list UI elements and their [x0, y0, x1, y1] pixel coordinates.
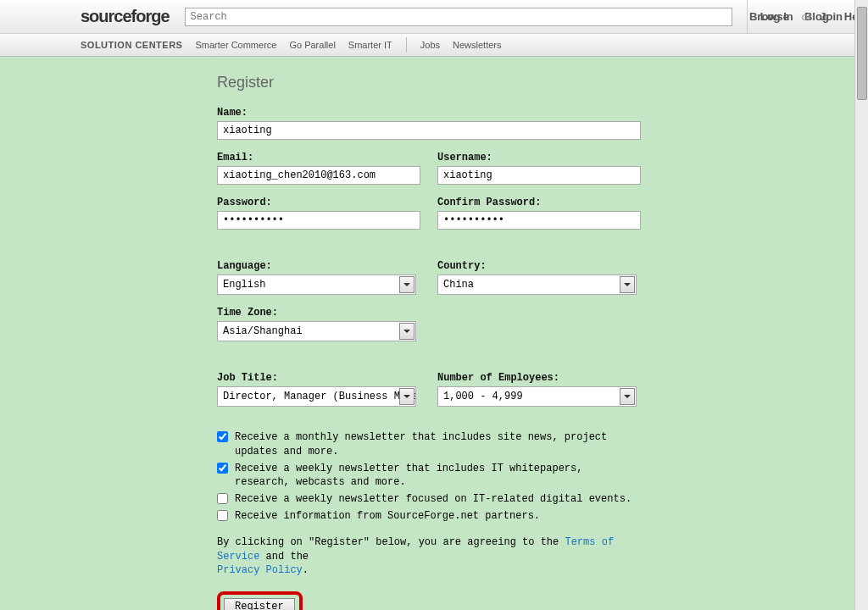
username-label: Username: [437, 152, 641, 164]
numemployees-label: Number of Employees: [437, 372, 641, 384]
register-highlight: Register [217, 591, 303, 610]
page-title: Register [217, 74, 641, 92]
privacy-link[interactable]: Privacy Policy [217, 564, 303, 576]
monthly-newsletter-label: Receive a monthly newsletter that includ… [235, 430, 641, 459]
newsletter-checks: Receive a monthly newsletter that includ… [217, 430, 641, 524]
scrollbar-thumb[interactable] [857, 7, 867, 100]
numemployees-select[interactable]: 1,000 - 4,999 [437, 386, 637, 407]
confirm-password-field[interactable] [437, 211, 641, 230]
subnav-go-parallel[interactable]: Go Parallel [289, 40, 335, 50]
subnav-smarter-it[interactable]: Smarter IT [348, 40, 392, 50]
language-select[interactable]: English [217, 274, 416, 295]
timezone-select[interactable]: Asia/Shanghai [217, 321, 416, 341]
jobtitle-value: Director, Manager (Business Managemen [223, 391, 416, 402]
search-input[interactable] [185, 8, 732, 26]
chevron-down-icon[interactable] [399, 388, 415, 405]
name-label: Name: [217, 107, 641, 119]
sub-bar: SOLUTION CENTERS Smarter Commerce Go Par… [0, 34, 868, 57]
join-link[interactable]: Join [820, 10, 843, 23]
logo: sourceforge [81, 7, 170, 26]
jobtitle-label: Job Title: [217, 372, 420, 384]
login-link[interactable]: Log In [760, 10, 793, 23]
weekly-events-newsletter-checkbox[interactable] [217, 493, 228, 504]
scrollbar[interactable] [854, 0, 868, 610]
password-field[interactable] [217, 211, 420, 230]
subnav-newsletters[interactable]: Newsletters [453, 40, 501, 50]
chevron-down-icon[interactable] [399, 276, 415, 293]
register-button[interactable]: Register [224, 598, 295, 610]
jobtitle-select[interactable]: Director, Manager (Business Managemen [217, 386, 416, 407]
language-value: English [223, 279, 265, 291]
top-right: Log In or Join [747, 0, 843, 33]
country-label: Country: [437, 260, 641, 272]
confirm-password-label: Confirm Password: [437, 197, 641, 208]
language-label: Language: [217, 260, 420, 272]
chevron-down-icon[interactable] [399, 323, 415, 340]
or-text: or [802, 10, 812, 23]
weekly-it-newsletter-checkbox[interactable] [217, 463, 228, 474]
weekly-events-newsletter-label: Receive a weekly newsletter focused on I… [235, 492, 632, 507]
name-field[interactable] [217, 121, 641, 140]
country-value: China [443, 279, 474, 291]
subnav-smarter-commerce[interactable]: Smarter Commerce [195, 40, 276, 50]
password-label: Password: [217, 197, 420, 208]
partners-label: Receive information from SourceForge.net… [235, 509, 540, 524]
solution-centers: SOLUTION CENTERS [81, 40, 182, 50]
email-field[interactable] [217, 166, 420, 185]
country-select[interactable]: China [437, 274, 637, 295]
subnav-jobs[interactable]: Jobs [420, 40, 440, 50]
chevron-down-icon[interactable] [620, 388, 635, 405]
divider [406, 37, 407, 53]
partners-checkbox[interactable] [217, 510, 228, 521]
register-form: Register Name: Email: Username: Password… [217, 74, 641, 610]
top-bar: sourceforge Browse Blog Help Log In or J… [0, 0, 868, 34]
timezone-value: Asia/Shanghai [223, 325, 303, 337]
numemployees-value: 1,000 - 4,999 [443, 391, 523, 402]
username-field[interactable] [437, 166, 641, 185]
page-background: Register Name: Email: Username: Password… [0, 57, 868, 610]
timezone-label: Time Zone: [217, 307, 641, 319]
email-label: Email: [217, 152, 420, 164]
chevron-down-icon[interactable] [620, 276, 635, 293]
monthly-newsletter-checkbox[interactable] [217, 431, 228, 442]
weekly-it-newsletter-label: Receive a weekly newsletter that include… [235, 462, 641, 491]
agree-text: By clicking on "Register" below, you are… [217, 535, 641, 578]
